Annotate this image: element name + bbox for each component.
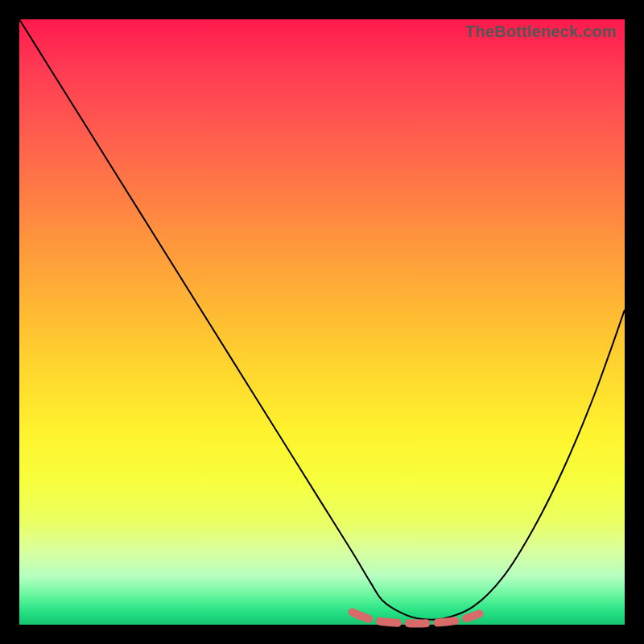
bottleneck-curve <box>19 19 625 620</box>
chart-container: TheBottleneck.com <box>0 0 644 644</box>
plot-area: TheBottleneck.com <box>19 19 625 625</box>
curve-svg <box>19 19 625 625</box>
